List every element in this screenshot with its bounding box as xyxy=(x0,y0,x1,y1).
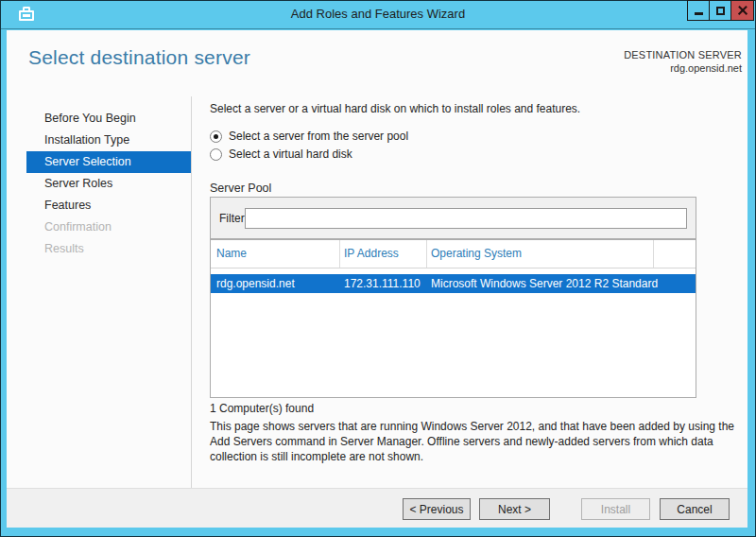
server-os-cell: Microsoft Windows Server 2012 R2 Standar… xyxy=(431,274,658,293)
radio-option-server-pool[interactable]: Select a server from the server pool xyxy=(210,130,408,143)
maximize-icon xyxy=(716,7,725,15)
sidebar-item-confirmation: Confirmation xyxy=(26,217,191,238)
wizard-footer: < Previous Next > Install Cancel xyxy=(7,488,747,528)
column-header-operating-system[interactable]: Operating System xyxy=(431,240,522,268)
previous-button[interactable]: < Previous xyxy=(403,498,471,520)
page-description: This page shows servers that are running… xyxy=(210,419,746,464)
sidebar-item-server-selection[interactable]: Server Selection xyxy=(26,151,191,173)
column-separator xyxy=(426,240,427,268)
wizard-steps-sidebar: Before You Begin Installation Type Serve… xyxy=(26,108,191,260)
wizard-body: Select destination server DESTINATION SE… xyxy=(7,30,747,528)
radio-option-label: Select a server from the server pool xyxy=(229,130,408,143)
filter-input[interactable] xyxy=(245,208,687,229)
column-separator xyxy=(653,240,654,268)
radio-option-label: Select a virtual hard disk xyxy=(229,147,352,161)
column-separator xyxy=(339,240,340,268)
computers-found-count: 1 Computer(s) found xyxy=(210,402,314,415)
window-title: Add Roles and Features Wizard xyxy=(0,0,756,29)
destination-server-block: DESTINATION SERVER rdg.opensid.net xyxy=(624,49,742,74)
sidebar-item-features[interactable]: Features xyxy=(26,195,191,217)
destination-server-value: rdg.opensid.net xyxy=(624,62,742,74)
page-title: Select destination server xyxy=(28,46,250,69)
sidebar-item-results: Results xyxy=(26,238,191,260)
maximize-button[interactable] xyxy=(709,0,731,21)
filter-label: Filter: xyxy=(219,212,248,225)
close-button[interactable] xyxy=(730,0,754,21)
install-button: Install xyxy=(581,498,650,520)
server-pool-title: Server Pool xyxy=(210,182,271,195)
destination-server-label: DESTINATION SERVER xyxy=(624,49,742,61)
minimize-button[interactable] xyxy=(687,0,710,21)
sidebar-item-installation-type[interactable]: Installation Type xyxy=(26,130,191,151)
server-manager-icon xyxy=(18,7,35,23)
next-button[interactable]: Next > xyxy=(479,498,550,520)
server-ip-cell: 172.31.111.110 xyxy=(344,274,421,293)
column-header-name[interactable]: Name xyxy=(216,240,247,268)
table-row-selected-server[interactable]: rdg.opensid.net 172.31.111.110 Microsoft… xyxy=(211,274,696,293)
server-name-cell: rdg.opensid.net xyxy=(216,274,295,293)
radio-selected-icon xyxy=(210,130,222,143)
radio-option-virtual-hard-disk[interactable]: Select a virtual hard disk xyxy=(210,147,352,161)
sidebar-item-server-roles[interactable]: Server Roles xyxy=(26,173,191,195)
sidebar-item-before-you-begin[interactable]: Before You Begin xyxy=(26,108,191,130)
header-divider xyxy=(211,268,696,268)
titlebar[interactable]: Add Roles and Features Wizard xyxy=(0,0,756,29)
server-pool-table: Name IP Address Operating System rdg.ope… xyxy=(210,239,696,398)
wizard-window: Add Roles and Features Wizard Select des… xyxy=(0,0,756,537)
window-controls xyxy=(688,0,754,21)
radio-unselected-icon xyxy=(210,148,222,161)
sidebar-divider xyxy=(191,96,192,488)
cancel-button[interactable]: Cancel xyxy=(660,498,730,520)
page-intro-text: Select a server or a virtual hard disk o… xyxy=(210,102,745,115)
minimize-icon xyxy=(695,12,703,15)
column-header-ip-address[interactable]: IP Address xyxy=(344,240,399,268)
server-pool-filter-bar: Filter: xyxy=(210,197,696,239)
